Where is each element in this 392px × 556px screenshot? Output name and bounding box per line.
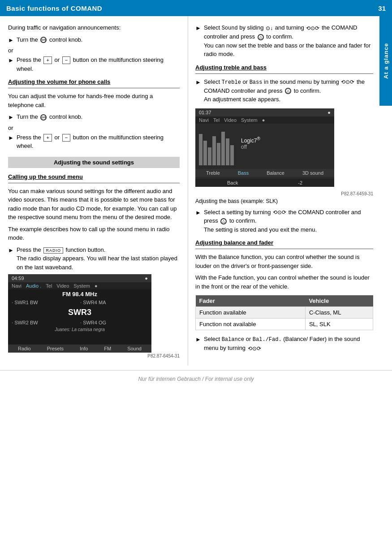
menu-word-balance: Balance	[222, 336, 244, 343]
bullet-select-treble: ► Select Treble or Bass in the sound men…	[195, 78, 373, 104]
table-cell-func-avail: Function available	[196, 307, 306, 319]
bullet-text: Press the + or − button on the mul­tifun…	[17, 56, 180, 73]
nav-audio: Audio .	[26, 283, 41, 289]
bullet-arrow: ►	[195, 208, 201, 234]
radio-footer-bar: Radio Presets Info FM Sound	[8, 345, 151, 353]
footer-sound: Sound	[127, 346, 142, 351]
bar5	[217, 143, 220, 165]
snav-tel: Tel	[213, 117, 220, 123]
footer-fm: FM	[104, 346, 111, 351]
balance-para2: With the Fade function, you can control …	[195, 273, 373, 291]
confirm-icon: △	[258, 34, 264, 40]
table-cell-vehicle-1: C-Class, ML	[305, 307, 373, 319]
bullet-arrow: ►	[8, 56, 14, 73]
bullet-arrow: ►	[8, 113, 14, 122]
sound-dot: ●	[327, 110, 331, 115]
footer-bass: Bass	[238, 170, 249, 176]
bullet-text: Select Balance or Bal./Fad. (Balance/ Fa…	[204, 335, 373, 353]
footer-presets: Presets	[47, 346, 64, 351]
bullet-select-setting: ► Select a setting by turning ⟲⊙⟳ the CO…	[195, 208, 373, 234]
radio-stations-2: · SWR2 BW · SWR4 OG	[8, 319, 151, 326]
sound-menu-para2: The example describes how to call up the…	[8, 225, 180, 242]
bullet-text: Turn the on control knob.	[17, 112, 83, 122]
radio-station-main: SWR3	[8, 306, 151, 319]
setting-detail: The setting is stored and you exit the m…	[204, 226, 317, 233]
balance-para1: With the Balance function, you can contr…	[195, 253, 373, 270]
bar7	[226, 138, 229, 165]
radio-stations: · SWR1 BW · SWR4 MA	[8, 299, 151, 306]
menu-word-treble: Treble	[222, 79, 241, 86]
left-column: During traffic or navigation announcemen…	[0, 16, 188, 366]
table-header-fader: Fader	[196, 295, 306, 307]
caption-sound: Adjusting the bass (example: SLK)	[195, 197, 373, 205]
confirm-icon-3: △	[220, 218, 227, 224]
confirm-icon-2: △	[285, 88, 291, 94]
table-row: Function not avail­able SL, SLK	[196, 319, 373, 330]
snav-dot: ●	[262, 117, 265, 123]
minus-button-2: −	[62, 134, 70, 142]
page-header: Basic functions of COMAND 31	[0, 0, 392, 16]
sound-screenshot: 01:37 ● Navi Tel Video System ●	[195, 108, 334, 187]
bar8	[230, 145, 234, 165]
table-cell-vehicle-2: SL, SLK	[305, 319, 373, 330]
or-separator-2: or	[8, 125, 180, 131]
footer-radio: Radio	[18, 346, 31, 351]
radio-song: Juanes: La camisa negra	[8, 326, 151, 333]
side-tab: At a glance	[379, 16, 392, 106]
logic7-area: Logic7® off	[241, 136, 260, 165]
plus-button-2: +	[43, 134, 52, 142]
footer-info: Info	[80, 346, 88, 351]
station3: · SWR2 BW	[12, 320, 79, 325]
bullet-arrow: ►	[195, 78, 201, 104]
bar2	[203, 141, 207, 165]
logic7-sub: off	[241, 144, 260, 150]
station1: · SWR1 BW	[12, 300, 79, 305]
bullet-turn-knob-1: ► Turn the on control knob.	[8, 35, 180, 45]
main-content: During traffic or navigation announcemen…	[0, 16, 392, 366]
station4: · SWR4 OG	[80, 320, 148, 325]
sound-menu-para1: You can make various sound settings for …	[8, 187, 180, 222]
nav-dot: ●	[95, 283, 98, 289]
right-column: ► Select Sound by sliding ⊙↓ and turning…	[188, 16, 379, 366]
footer-minus2: -2	[298, 180, 302, 185]
menu-word-balfad: Bal./Fad.	[253, 336, 282, 343]
bullet-press-button-2: ► Press the + or − button on the mul­tif…	[8, 133, 180, 151]
volume-intro: You can adjust the volume for hands-free…	[8, 92, 180, 109]
snav-video: Video	[224, 117, 237, 123]
snav-navi: Navi	[199, 117, 209, 123]
header-title: Basic functions of COMAND	[6, 4, 102, 12]
sound-header-bar: 01:37 ●	[195, 108, 334, 116]
radio-screenshot-caption: P82.87-6454-31	[8, 353, 180, 358]
bullet-arrow: ►	[8, 36, 14, 45]
fader-table: Fader Vehicle Function available C-Class…	[195, 295, 373, 330]
footer-back: Back	[227, 180, 238, 185]
radio-time: 04:59	[12, 276, 24, 281]
slide-icon: ⊙↓	[266, 24, 273, 32]
section-hr-1	[8, 88, 180, 88]
sound-bars-container	[199, 127, 234, 165]
table-row: Function available C-Class, ML	[196, 307, 373, 319]
sound-body: Logic7® off	[195, 124, 334, 165]
section-hr-2	[8, 183, 180, 183]
menu-word-bass: Bass	[250, 79, 263, 86]
section-volume-title: Adjusting the volume for phone calls	[8, 78, 180, 85]
section-hr-3	[195, 73, 373, 74]
sound-footer-bar: Treble Bass Balance 3D sound	[195, 169, 334, 177]
select-sound-detail: You can now set the treble and bass or t…	[204, 42, 370, 58]
bullet-text: Select Treble or Bass in the sound menu …	[204, 78, 373, 104]
bar1	[199, 134, 202, 165]
intro-text: During traffic or navigation announcemen…	[8, 23, 180, 32]
section-hr-4	[195, 249, 373, 249]
radio-nav-bar: Navi Audio . Tel Video System ●	[8, 282, 151, 289]
footer-3dsound: 3D sound	[302, 170, 323, 176]
bullet-press-button-1: ► Press the + or − button on the mul­tif…	[8, 56, 180, 73]
footer-text: Nur für internen Gebrauch / For internal…	[138, 376, 254, 382]
knob-on-icon: on	[40, 37, 47, 43]
section-box-sound: Adjusting the sound settings	[8, 157, 180, 168]
radio-detail: The radio display appears. You will hear…	[17, 255, 177, 271]
radio-dot: ●	[145, 276, 148, 281]
section-balance-title: Adjusting balance and fader	[195, 239, 373, 246]
section-sound-menu-title: Calling up the sound menu	[8, 173, 180, 180]
bullet-text: Select a setting by turning ⟲⊙⟳ the COMA…	[204, 208, 373, 234]
bullet-press-radio: ► Press the RADIO function button. The r…	[8, 246, 180, 272]
